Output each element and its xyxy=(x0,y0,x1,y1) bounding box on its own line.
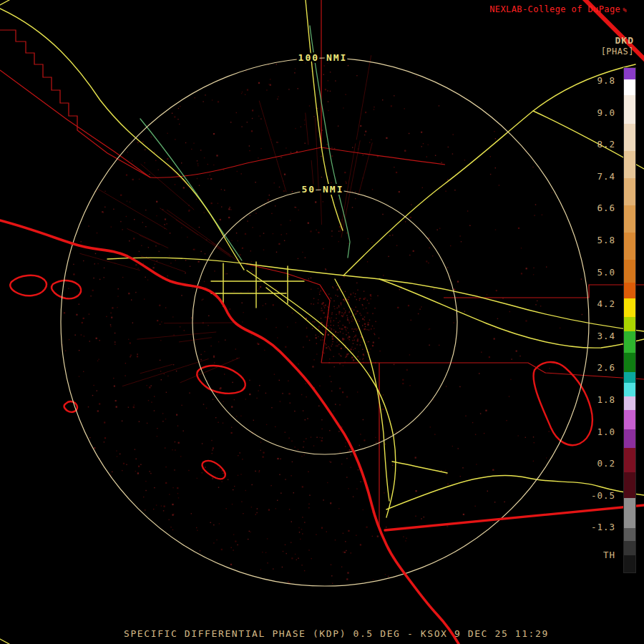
colorbar-tick-label: 8.2 xyxy=(582,139,615,150)
island-outline xyxy=(10,275,47,296)
colorbar-segment xyxy=(624,178,635,205)
colorbar-segment xyxy=(624,498,635,528)
highway-yellow xyxy=(392,462,447,473)
colorbar-tick-label: 5.8 xyxy=(582,235,615,245)
county-border-line xyxy=(321,147,445,165)
colorbar xyxy=(624,68,635,572)
radar-display: 100 NMI 50 NMI NEXLAB-College of DuPage%… xyxy=(0,0,644,644)
colorbar-segment xyxy=(624,95,635,124)
radar-map: 100 NMI 50 NMI xyxy=(0,0,644,644)
colorbar-segment xyxy=(624,283,635,298)
colorbar-tick-label: 2.6 xyxy=(582,362,615,373)
island-outline xyxy=(64,401,77,412)
colorbar-segment xyxy=(624,429,635,448)
highway-green xyxy=(140,119,242,260)
colorbar-tick-label: 6.6 xyxy=(582,203,615,213)
county-border-line xyxy=(150,147,321,177)
brand-text: NEXLAB-College of DuPage xyxy=(489,4,620,14)
colorbar-tick-label: 4.2 xyxy=(582,298,615,309)
colorbar-segment xyxy=(624,396,635,410)
colorbar-tick-label: 7.4 xyxy=(582,171,615,182)
colorbar-tick-label: 5.0 xyxy=(582,267,615,278)
map-corner-ticks xyxy=(0,0,9,644)
colorbar-tick-label: 3.4 xyxy=(582,331,615,341)
colorbar-segment xyxy=(624,448,635,472)
colorbar-units-label: TH xyxy=(582,550,615,560)
colorbar-tick-label: -0.5 xyxy=(582,490,615,501)
product-code: DKD xyxy=(615,35,634,46)
colorbar-segment xyxy=(624,233,635,260)
colorbar-tick-label: 0.2 xyxy=(582,458,615,469)
county-border-line xyxy=(0,30,150,177)
colorbar-segment xyxy=(624,317,635,331)
range-rings: 100 NMI 50 NMI xyxy=(61,52,589,586)
island-outline xyxy=(52,280,81,298)
colorbar-tick-label: 1.0 xyxy=(582,426,615,437)
colorbar-segment xyxy=(624,260,635,283)
colorbar-segment xyxy=(624,372,635,383)
range-ring-label-50: 50 NMI xyxy=(302,184,344,195)
colorbar-segment xyxy=(624,528,635,541)
product-title: SPECIFIC DIFFERENTIAL PHASE (KDP) 0.5 DE… xyxy=(124,628,549,639)
lake-island-outlines xyxy=(10,275,592,479)
brand-text-container: NEXLAB-College of DuPage% xyxy=(489,4,627,14)
highway-yellow xyxy=(335,279,389,501)
county-border-line xyxy=(0,70,150,177)
range-ring-label-100: 100 NMI xyxy=(298,52,348,63)
colorbar-segment xyxy=(624,151,635,178)
colorbar-segment xyxy=(624,124,635,151)
brand-glyph: % xyxy=(623,6,627,14)
colorbar-segment xyxy=(624,79,635,95)
colorbar-tick-label: -1.3 xyxy=(582,522,615,532)
range-ring-50nmi xyxy=(192,190,457,454)
colorbar-segment xyxy=(624,331,635,353)
colorbar-segment xyxy=(624,205,635,233)
colorbar-segment xyxy=(624,472,635,498)
colorbar-segment xyxy=(624,541,635,555)
colorbar-segment xyxy=(624,383,635,396)
colorbar-tick-label: 9.8 xyxy=(582,75,615,86)
highway-yellow xyxy=(247,270,396,517)
range-ring-100nmi xyxy=(61,58,589,586)
county-borders xyxy=(0,0,644,527)
highway-yellow xyxy=(211,262,323,335)
product-units: [PHAS] xyxy=(601,47,634,57)
colorbar-segment xyxy=(624,353,635,372)
colorbar-segment xyxy=(624,410,635,429)
colorbar-segment xyxy=(624,298,635,317)
coastline xyxy=(0,220,459,644)
colorbar-tick-label: 1.8 xyxy=(582,394,615,405)
colorbar-segment xyxy=(624,555,635,572)
colorbar-segment xyxy=(624,68,635,79)
island-outline xyxy=(202,461,225,479)
colorbar-tick-label: 9.0 xyxy=(582,107,615,118)
island-outline xyxy=(197,366,245,394)
highway-yellow xyxy=(107,258,644,331)
